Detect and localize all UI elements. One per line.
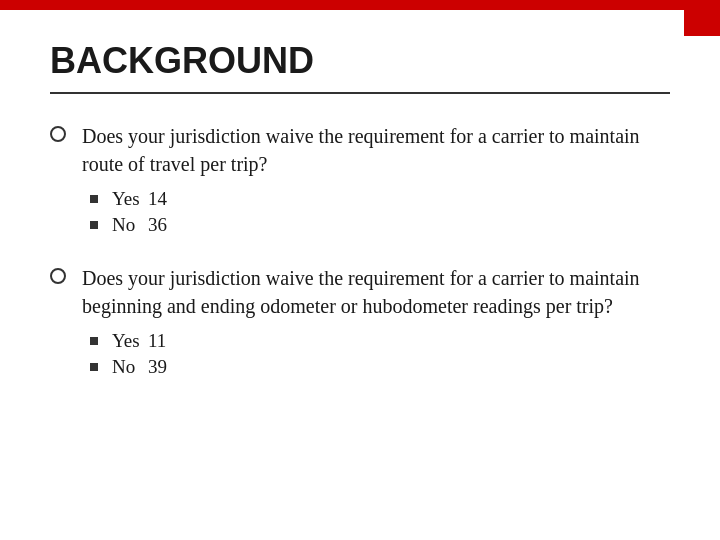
no-label-1: No	[112, 214, 144, 236]
no-label-2: No	[112, 356, 144, 378]
list-item: Does your jurisdiction waive the require…	[50, 122, 670, 240]
sub-bullet-icon	[90, 363, 98, 371]
question-1-text: Does your jurisdiction waive the require…	[82, 122, 670, 178]
main-content: BACKGROUND Does your jurisdiction waive …	[0, 0, 720, 436]
bullet-2-content: Does your jurisdiction waive the require…	[82, 264, 670, 382]
bullet-circle-2	[50, 268, 66, 284]
top-right-corner	[684, 0, 720, 36]
sub-item: Yes 11	[90, 330, 670, 352]
list-item: Does your jurisdiction waive the require…	[50, 264, 670, 382]
question-2-text: Does your jurisdiction waive the require…	[82, 264, 670, 320]
sub-item: No 36	[90, 214, 670, 236]
sub-bullet-icon	[90, 221, 98, 229]
sub-item: Yes 14	[90, 188, 670, 210]
sub-list-1: Yes 14 No 36	[82, 188, 670, 236]
sub-bullet-icon	[90, 337, 98, 345]
bullet-circle-1	[50, 126, 66, 142]
yes-label-2: Yes	[112, 330, 144, 352]
sub-list-2: Yes 11 No 39	[82, 330, 670, 378]
no-value-1: 36	[148, 214, 167, 236]
sub-bullet-icon	[90, 195, 98, 203]
yes-value-2: 11	[148, 330, 166, 352]
sub-item: No 39	[90, 356, 670, 378]
no-value-2: 39	[148, 356, 167, 378]
page-title: BACKGROUND	[50, 40, 670, 82]
yes-label-1: Yes	[112, 188, 144, 210]
yes-value-1: 14	[148, 188, 167, 210]
title-divider	[50, 92, 670, 94]
top-red-bar	[0, 0, 720, 10]
bullet-1-content: Does your jurisdiction waive the require…	[82, 122, 670, 240]
bullet-list: Does your jurisdiction waive the require…	[50, 122, 670, 382]
